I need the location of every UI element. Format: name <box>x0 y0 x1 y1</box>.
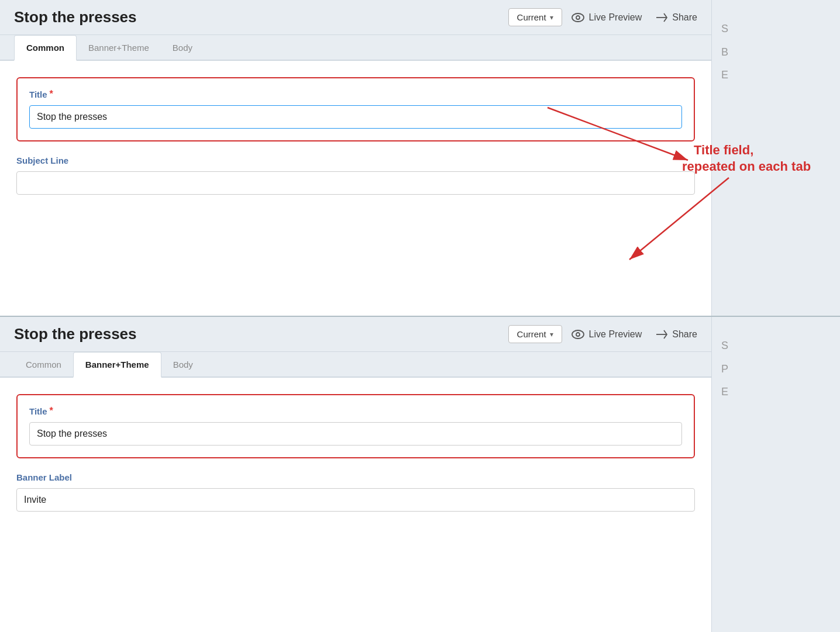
share-label-1: Share <box>672 12 697 23</box>
version-dropdown-2[interactable]: Current ▾ <box>508 325 562 343</box>
svg-point-0 <box>572 13 584 22</box>
title-input-2[interactable] <box>29 422 682 445</box>
tab-banner-theme-1[interactable]: Banner+Theme <box>77 35 161 61</box>
title-field-label-2: Title * <box>29 406 682 416</box>
panel-1-content: Title * Subject Line <box>0 61 711 236</box>
live-preview-button-1[interactable]: Live Preview <box>572 12 642 23</box>
live-preview-button-2[interactable]: Live Preview <box>572 329 642 340</box>
share-icon-2 <box>656 329 667 340</box>
panel-1-header: Stop the presses Current ▾ Live Preview <box>0 0 711 35</box>
live-preview-label-2: Live Preview <box>589 329 642 340</box>
tab-common-2[interactable]: Common <box>14 352 73 378</box>
panel-1-layout: Stop the presses Current ▾ Live Preview <box>0 0 840 316</box>
eye-icon-1 <box>572 12 584 23</box>
title-section-1: Title * <box>16 77 695 141</box>
subject-line-section-1: Subject Line <box>16 156 695 195</box>
panel-2-header: Stop the presses Current ▾ Live Preview <box>0 317 711 352</box>
version-label-2: Current <box>517 329 546 339</box>
title-required-1: * <box>50 89 53 99</box>
svg-point-1 <box>576 16 580 19</box>
title-field-label-1: Title * <box>29 89 682 99</box>
chevron-down-icon-1: ▾ <box>550 13 553 22</box>
panel-2-layout: Stop the presses Current ▾ Live Preview <box>0 317 840 632</box>
tab-body-1[interactable]: Body <box>161 35 204 61</box>
panel-1: Stop the presses Current ▾ Live Preview <box>0 0 840 316</box>
banner-label-label-2: Banner Label <box>16 472 695 482</box>
panel-2-left: Stop the presses Current ▾ Live Preview <box>0 317 711 632</box>
banner-label-input-2[interactable] <box>16 488 695 512</box>
chevron-down-icon-2: ▾ <box>550 330 553 339</box>
header-actions-2: Live Preview Share <box>572 329 697 340</box>
page-title-1: Stop the presses <box>14 8 499 26</box>
title-input-1[interactable] <box>29 105 682 129</box>
eye-icon-2 <box>572 329 584 340</box>
app-container: Stop the presses Current ▾ Live Preview <box>0 0 840 632</box>
panel-2: Stop the presses Current ▾ Live Preview <box>0 317 840 632</box>
panel-2-content: Title * Banner Label <box>0 378 711 544</box>
title-required-2: * <box>50 406 53 416</box>
version-label-1: Current <box>517 12 546 22</box>
tab-banner-theme-2[interactable]: Banner+Theme <box>73 352 161 378</box>
tab-bar-1: Common Banner+Theme Body <box>0 35 711 61</box>
banner-label-section-2: Banner Label <box>16 472 695 512</box>
tab-bar-2: Common Banner+Theme Body <box>0 352 711 378</box>
share-button-1[interactable]: Share <box>656 12 697 23</box>
right-sidebar-2: S P E <box>711 317 840 632</box>
share-icon-1 <box>656 12 667 23</box>
subject-line-input-1[interactable] <box>16 171 695 195</box>
title-section-2: Title * <box>16 394 695 458</box>
page-title-2: Stop the presses <box>14 325 499 343</box>
version-dropdown-1[interactable]: Current ▾ <box>508 8 562 26</box>
svg-point-7 <box>572 330 584 339</box>
header-actions-1: Live Preview Share <box>572 12 697 23</box>
tab-body-2[interactable]: Body <box>161 352 205 378</box>
panel-1-left: Stop the presses Current ▾ Live Preview <box>0 0 711 316</box>
share-button-2[interactable]: Share <box>656 329 697 340</box>
tab-common-1[interactable]: Common <box>14 35 77 61</box>
share-label-2: Share <box>672 329 697 340</box>
live-preview-label-1: Live Preview <box>589 12 642 23</box>
right-sidebar-1: S B E <box>711 0 840 316</box>
svg-point-8 <box>576 333 580 336</box>
subject-line-label-1: Subject Line <box>16 156 695 165</box>
